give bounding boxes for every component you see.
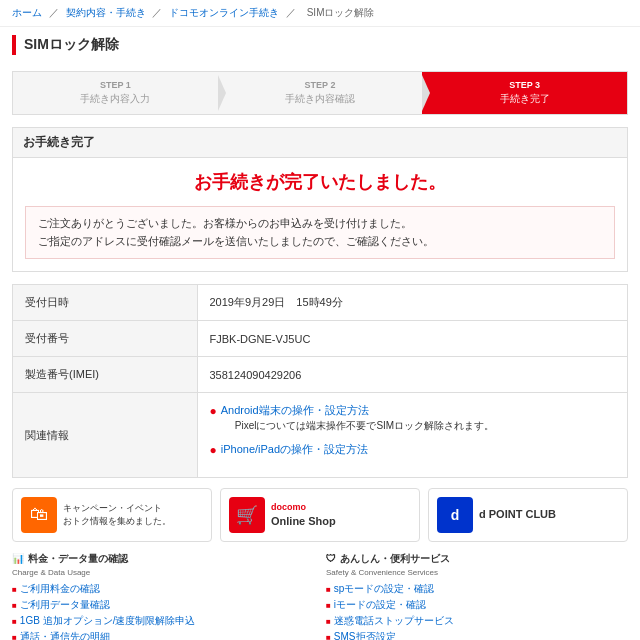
table-label-reception: 受付番号 — [13, 321, 198, 357]
related-dot-iphone: ● — [210, 442, 217, 459]
related-item-android: ● Android端末の操作・設定方法 Pixelについては端末操作不要でSIM… — [210, 403, 616, 434]
campaign-icon: 🛍 — [21, 497, 57, 533]
related-link-iphone[interactable]: iPhone/iPadの操作・設定方法 — [221, 443, 368, 455]
footer-safety-title: 🛡 あんしん・便利サービス — [326, 552, 628, 566]
breadcrumb: ホーム ／ 契約内容・手続き ／ ドコモオンライン手続き ／ SIMロック解除 — [0, 0, 640, 27]
table-value-imei: 358124090429206 — [197, 357, 628, 393]
title-bar-decoration — [12, 35, 16, 55]
table-label-related: 関連情報 — [13, 393, 198, 478]
table-row-reception: 受付番号 FJBK-DGNE-VJ5UC — [13, 321, 628, 357]
page-title: SIMロック解除 — [24, 36, 119, 54]
step-1-label: 手続き内容入力 — [19, 92, 212, 106]
related-link-android[interactable]: Android端末の操作・設定方法 — [221, 404, 369, 416]
footer-link-imode[interactable]: iモードの設定・確認 — [326, 597, 628, 613]
banner-section: 🛍 キャンペーン・イベント おトク情報を集めました。 🛒 docomo Onli… — [12, 488, 628, 542]
step-3-label: 手続き完了 — [428, 92, 621, 106]
step-1: STEP 1 手続き内容入力 — [13, 72, 218, 114]
step-2: STEP 2 手続き内容確認 — [218, 72, 423, 114]
footer-col-charge: 📊 料金・データ量の確認 Charge & Data Usage ご利用料金の確… — [12, 552, 314, 640]
shop-main-text: Online Shop — [271, 514, 336, 529]
charge-icon: 📊 — [12, 553, 24, 564]
banner-online-shop[interactable]: 🛒 docomo Online Shop — [220, 488, 420, 542]
completion-desc-line2: ご指定のアドレスに受付確認メールを送信いたしましたので、ご確認ください。 — [38, 235, 434, 247]
step-2-label: 手続き内容確認 — [224, 92, 417, 106]
stepper: STEP 1 手続き内容入力 STEP 2 手続き内容確認 STEP 3 手続き… — [12, 71, 628, 115]
footer-links: 📊 料金・データ量の確認 Charge & Data Usage ご利用料金の確… — [12, 552, 628, 640]
breadcrumb-current: SIMロック解除 — [307, 7, 375, 18]
completion-body: お手続きが完了いたしました。 ご注文ありがとうございました。お客様からのお申込み… — [13, 158, 627, 271]
table-row-date: 受付日時 2019年9月29日 15時49分 — [13, 285, 628, 321]
table-value-date: 2019年9月29日 15時49分 — [197, 285, 628, 321]
footer-link-charge-detail[interactable]: 通話・通信先の明細 — [12, 629, 314, 640]
campaign-top-text: キャンペーン・イベント — [63, 502, 171, 515]
footer-link-charge-data[interactable]: ご利用データ量確認 — [12, 597, 314, 613]
breadcrumb-home[interactable]: ホーム — [12, 7, 42, 18]
breadcrumb-contract[interactable]: 契約内容・手続き — [66, 7, 146, 18]
completion-desc-line1: ご注文ありがとうございました。お客様からのお申込みを受け付けました。 — [38, 217, 412, 229]
info-table: 受付日時 2019年9月29日 15時49分 受付番号 FJBK-DGNE-VJ… — [12, 284, 628, 478]
step-3-number: STEP 3 — [428, 80, 621, 90]
campaign-sub-text: おトク情報を集めました。 — [63, 515, 171, 528]
related-item-iphone: ● iPhone/iPadの操作・設定方法 — [210, 442, 616, 459]
table-label-date: 受付日時 — [13, 285, 198, 321]
safety-icon: 🛡 — [326, 553, 336, 564]
related-sub-android: Pixelについては端末操作不要でSIMロック解除されます。 — [235, 418, 494, 434]
step-3: STEP 3 手続き完了 — [422, 72, 627, 114]
completion-desc: ご注文ありがとうございました。お客様からのお申込みを受け付けました。 ご指定のア… — [25, 206, 615, 259]
completion-title: お手続きが完了いたしました。 — [25, 170, 615, 194]
table-value-related: ● Android端末の操作・設定方法 Pixelについては端末操作不要でSIM… — [197, 393, 628, 478]
step-2-number: STEP 2 — [224, 80, 417, 90]
table-value-reception: FJBK-DGNE-VJ5UC — [197, 321, 628, 357]
dpoint-main-text: d POINT CLUB — [479, 507, 556, 522]
footer-link-spmode[interactable]: spモードの設定・確認 — [326, 581, 628, 597]
completion-header: お手続き完了 — [13, 128, 627, 158]
shop-icon: 🛒 — [229, 497, 265, 533]
footer-safety-subtitle: Safety & Convenience Services — [326, 568, 628, 577]
footer-charge-subtitle: Charge & Data Usage — [12, 568, 314, 577]
table-row-imei: 製造番号(IMEI) 358124090429206 — [13, 357, 628, 393]
footer-link-charge-1gb[interactable]: 1GB 追加オプション/速度制限解除申込 — [12, 613, 314, 629]
table-row-related: 関連情報 ● Android端末の操作・設定方法 Pixelについては端末操作不… — [13, 393, 628, 478]
banner-campaign[interactable]: 🛍 キャンペーン・イベント おトク情報を集めました。 — [12, 488, 212, 542]
page-title-container: SIMロック解除 — [0, 27, 640, 63]
footer-link-charge-fee[interactable]: ご利用料金の確認 — [12, 581, 314, 597]
footer-col-safety: 🛡 あんしん・便利サービス Safety & Convenience Servi… — [326, 552, 628, 640]
footer-charge-title: 📊 料金・データ量の確認 — [12, 552, 314, 566]
step-1-number: STEP 1 — [19, 80, 212, 90]
completion-section: お手続き完了 お手続きが完了いたしました。 ご注文ありがとうございました。お客様… — [12, 127, 628, 272]
footer-link-stop-call[interactable]: 迷惑電話ストップサービス — [326, 613, 628, 629]
footer-link-sms[interactable]: SMS拒否設定 — [326, 629, 628, 640]
related-dot-android: ● — [210, 403, 217, 420]
shop-badge: docomo — [271, 501, 336, 514]
table-label-imei: 製造番号(IMEI) — [13, 357, 198, 393]
breadcrumb-docomo-online[interactable]: ドコモオンライン手続き — [169, 7, 279, 18]
banner-dpoint[interactable]: d d POINT CLUB — [428, 488, 628, 542]
dpoint-icon: d — [437, 497, 473, 533]
